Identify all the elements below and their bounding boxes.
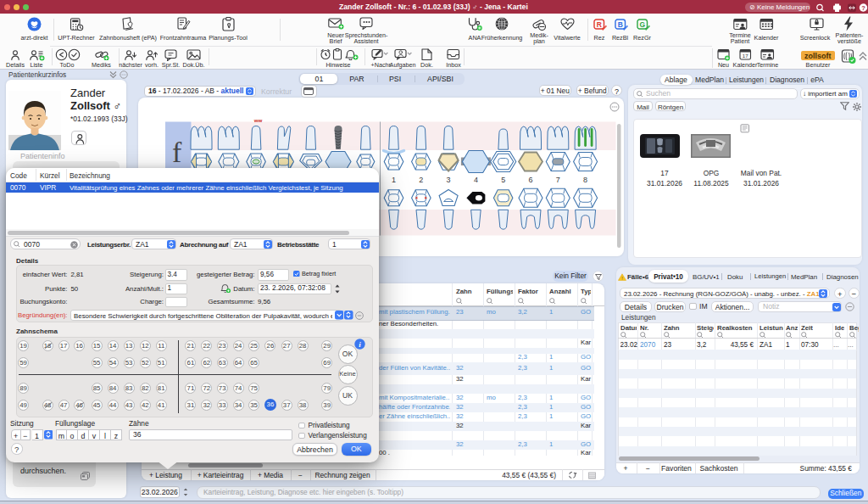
svg-text:B: B: [617, 20, 622, 29]
svg-text:7: 7: [556, 176, 560, 184]
svg-text:4: 4: [474, 176, 478, 184]
svg-text:1: 1: [392, 176, 396, 184]
svg-text:17: 17: [743, 53, 748, 59]
svg-text:8: 8: [583, 176, 587, 184]
svg-text:f: f: [172, 137, 182, 168]
svg-text:3: 3: [447, 176, 451, 184]
svg-text:5: 5: [501, 176, 505, 184]
svg-text:ww: ww: [253, 117, 263, 123]
svg-text:6: 6: [528, 176, 532, 184]
svg-text:G: G: [639, 20, 645, 29]
svg-text:R: R: [597, 20, 602, 29]
svg-text:2: 2: [419, 176, 423, 184]
svg-text:?: ?: [861, 4, 865, 12]
